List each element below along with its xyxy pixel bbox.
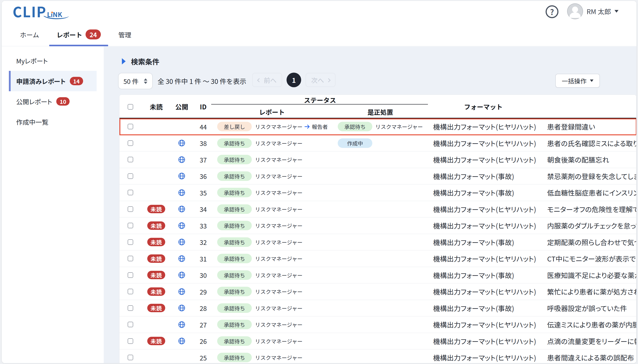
- select-all-checkbox[interactable]: [128, 104, 133, 110]
- unread-badge: 未読: [147, 288, 165, 296]
- row-checkbox[interactable]: [128, 239, 133, 245]
- report-actor: リスクマネージャー: [255, 271, 302, 279]
- table-row[interactable]: 35 承認待ち リスクマネージャー 機構出力フォーマット(事故) 低血糖性脳症患…: [119, 184, 636, 201]
- table-row[interactable]: 未読 30 承認待ち リスクマネージャー 機構出力フォーマット(事故) 医療知識…: [119, 267, 636, 284]
- row-checkbox[interactable]: [128, 322, 133, 327]
- report-actor-cell: リスクマネージャー: [255, 168, 302, 184]
- nav-tab-home[interactable]: ホーム: [13, 25, 46, 46]
- report-title: 患者間違えによる薬の誤配布: [547, 350, 634, 363]
- bulk-action-button[interactable]: 一括操作: [555, 74, 600, 88]
- report-actor: リスクマネージャー: [255, 156, 302, 164]
- globe-icon: [178, 206, 185, 212]
- public-cell: [178, 300, 185, 316]
- report-actor-cell: リスクマネージャー: [255, 234, 302, 250]
- nav-tab-label: ホーム: [20, 30, 39, 39]
- unread-badge: 未読: [147, 222, 165, 230]
- public-cell: [178, 135, 185, 152]
- table-row[interactable]: 未読 33 承認待ち リスクマネージャー 機構出力フォーマット(ヒヤリハット) …: [119, 218, 636, 234]
- help-button[interactable]: ?: [546, 5, 558, 18]
- table-row[interactable]: 未読 31 承認待ち リスクマネージャー 機構出力フォーマット(ヒヤリハット) …: [119, 250, 636, 267]
- report-status-cell: 承認待ち: [217, 250, 252, 267]
- report-status-cell: 承認待ち: [217, 333, 252, 350]
- col-header-report: レポート: [259, 107, 285, 116]
- report-status-badge: 承認待ち: [217, 221, 252, 230]
- report-status-cell: 承認待ち: [217, 284, 252, 300]
- report-actor-cell: リスクマネージャー: [255, 135, 302, 152]
- table-row[interactable]: 未読 26 承認待ち リスクマネージャー 機構出力フォーマット(ヒヤリハット) …: [119, 333, 636, 350]
- table-row[interactable]: 36 承認待ち リスクマネージャー 機構出力フォーマット(事故) 禁忌薬剤の登録…: [119, 168, 636, 185]
- page-size-select[interactable]: 50 件: [118, 73, 153, 89]
- sidebar-item-public-reports[interactable]: 公開レポート10: [9, 91, 97, 112]
- nav-tab-label: レポート: [57, 30, 82, 39]
- row-checkbox[interactable]: [128, 157, 133, 162]
- status-group-divider: [211, 104, 428, 104]
- report-status-cell: 承認待ち: [217, 135, 252, 152]
- report-actor-cell: リスクマネージャー: [255, 316, 302, 333]
- table-row[interactable]: 38 承認待ち リスクマネージャー 作成中 機構出力フォーマット(ヒヤリハット)…: [119, 135, 636, 152]
- prev-page-button[interactable]: 前へ: [252, 73, 282, 87]
- report-title: 朝食後薬の配膳忘れ: [547, 152, 609, 168]
- row-checkbox[interactable]: [128, 289, 133, 294]
- nav-tab-admin[interactable]: 管理: [111, 25, 139, 46]
- report-id: 32: [200, 234, 207, 250]
- unread-badge: 未読: [147, 271, 165, 279]
- public-cell: [178, 201, 185, 218]
- globe-icon: [178, 338, 185, 344]
- table-row[interactable]: 37 承認待ち リスクマネージャー 機構出力フォーマット(ヒヤリハット) 朝食後…: [119, 152, 636, 168]
- row-checkbox[interactable]: [128, 223, 133, 228]
- bulk-action-label: 一括操作: [562, 76, 587, 85]
- row-checkbox[interactable]: [128, 305, 133, 311]
- table-body: 44 差し戻し リスクマネージャー 報告者 承認待ち リスクマネージャー 機構出…: [119, 118, 636, 363]
- report-actor: リスクマネージャー: [255, 354, 302, 361]
- table-row[interactable]: 25 承認待ち リスクマネージャー 機構出力フォーマット(ヒヤリハット) 患者間…: [119, 350, 636, 363]
- reports-table: 未読 公開 ID ステータス レポート 是正処置 フォーマット 44 差し戻し …: [119, 94, 636, 363]
- search-conditions-toggle[interactable]: 検索条件: [122, 56, 159, 66]
- row-checkbox[interactable]: [128, 190, 133, 195]
- user-menu[interactable]: RM 太郎: [587, 1, 618, 22]
- row-checkbox[interactable]: [128, 355, 133, 360]
- row-checkbox[interactable]: [128, 173, 133, 179]
- table-row[interactable]: 未読 34 承認待ち リスクマネージャー 機構出力フォーマット(ヒヤリハット) …: [119, 201, 636, 218]
- globe-icon: [178, 321, 185, 328]
- sidebar-item-submitted-reports[interactable]: 申請済みレポート14: [9, 71, 97, 91]
- globe-icon: [178, 288, 185, 295]
- public-cell: [178, 284, 185, 300]
- public-cell: [178, 333, 185, 350]
- report-status-cell: 承認待ち: [217, 152, 252, 168]
- row-checkbox[interactable]: [128, 140, 133, 146]
- table-row[interactable]: 未読 28 承認待ち リスクマネージャー 機構出力フォーマット(事故) 呼吸器設…: [119, 300, 636, 316]
- current-page-button[interactable]: 1: [286, 72, 301, 87]
- row-checkbox[interactable]: [128, 338, 133, 344]
- avatar[interactable]: [567, 3, 583, 19]
- table-row[interactable]: 未読 32 承認待ち リスクマネージャー 機構出力フォーマット(事故) 定期配薬…: [119, 234, 636, 251]
- corrective-status-cell: 作成中: [338, 135, 372, 152]
- report-format: 機構出力フォーマット(ヒヤリハット): [433, 333, 536, 350]
- next-page-button[interactable]: 次へ: [305, 73, 336, 87]
- table-row[interactable]: 27 承認待ち リスクマネージャー 機構出力フォーマット(ヒヤリハット) 伝達ミ…: [119, 316, 636, 333]
- report-format: 機構出力フォーマット(事故): [433, 184, 514, 201]
- row-checkbox[interactable]: [128, 124, 133, 129]
- sidebar-item-drafts-list[interactable]: 作成中一覧: [9, 112, 97, 132]
- row-checkbox[interactable]: [128, 256, 133, 261]
- table-row[interactable]: 44 差し戻し リスクマネージャー 報告者 承認待ち リスクマネージャー 機構出…: [119, 118, 636, 135]
- sidebar-item-label: 作成中一覧: [16, 117, 48, 126]
- table-row[interactable]: 未読 29 承認待ち リスクマネージャー 機構出力フォーマット(ヒヤリハット) …: [119, 284, 636, 300]
- globe-icon: [178, 238, 185, 246]
- sidebar-item-my-reports[interactable]: Myレポート: [9, 50, 97, 71]
- nav-tab-reports[interactable]: レポート24: [49, 25, 108, 46]
- report-id: 25: [200, 350, 207, 363]
- row-checkbox[interactable]: [128, 272, 133, 278]
- row-checkbox-cell: [128, 152, 133, 168]
- main-nav-tabs: ホームレポート24管理: [13, 25, 139, 46]
- sidebar-count-badge: 14: [70, 77, 83, 85]
- report-status-cell: 差し戻し: [217, 118, 252, 135]
- user-name-label: RM 太郎: [587, 6, 611, 16]
- row-checkbox[interactable]: [128, 206, 133, 212]
- report-status-cell: 承認待ち: [217, 201, 252, 218]
- row-checkbox-cell: [128, 201, 133, 218]
- report-actor-cell: リスクマネージャー: [255, 284, 302, 300]
- app-header: CLIP LıNK ホームレポート24管理 ? RM 太郎: [2, 1, 636, 46]
- col-header-public: 公開: [175, 102, 188, 111]
- logo-orange-dot: [51, 12, 53, 13]
- unread-badge: 未読: [147, 337, 165, 345]
